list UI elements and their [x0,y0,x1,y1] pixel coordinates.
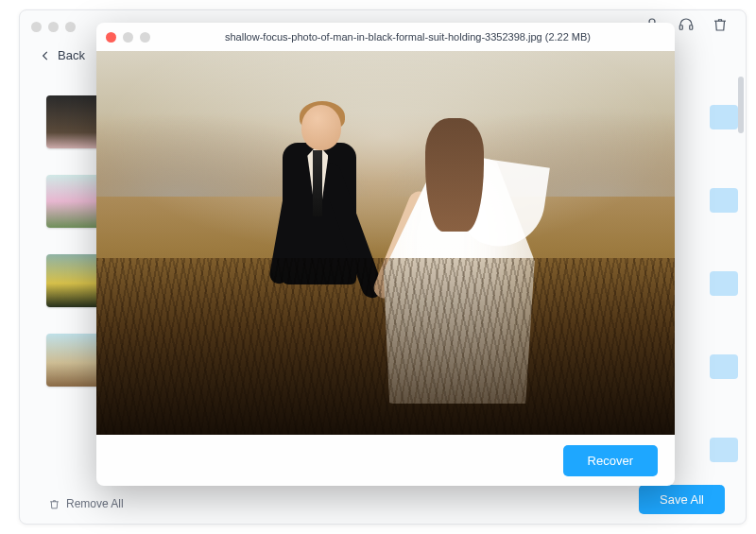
row-action-button[interactable] [710,105,738,129]
minimize-dot[interactable] [48,22,59,32]
svg-rect-1 [679,26,682,30]
modal-traffic-lights[interactable] [106,32,150,43]
row-action-button[interactable] [710,354,738,379]
trash-icon[interactable] [712,16,729,37]
action-column [710,105,738,462]
modal-title: shallow-focus-photo-of-man-in-black-form… [150,31,665,43]
save-all-button[interactable]: Save All [639,485,725,514]
modal-titlebar: shallow-focus-photo-of-man-in-black-form… [96,23,675,51]
chevron-left-icon [39,49,52,62]
close-dot[interactable] [106,32,116,43]
preview-modal: shallow-focus-photo-of-man-in-black-form… [96,23,675,486]
modal-filename: shallow-focus-photo-of-man-in-black-form… [225,31,542,43]
row-action-button[interactable] [710,188,738,213]
save-all-label: Save All [660,492,704,507]
photo-foreground [96,258,675,435]
headset-icon[interactable] [678,16,695,37]
zoom-dot[interactable] [65,22,76,32]
minimize-dot[interactable] [123,32,133,43]
modal-footer: Recover [96,435,675,486]
traffic-lights[interactable] [31,22,76,32]
zoom-dot[interactable] [140,32,150,43]
svg-rect-2 [690,26,693,30]
modal-filesize: (2.22 MB) [545,31,591,43]
scroll-thumb[interactable] [738,77,744,133]
recover-button[interactable]: Recover [563,445,658,476]
row-action-button[interactable] [710,271,738,296]
back-button[interactable]: Back [39,48,85,62]
preview-image [96,51,675,435]
back-label: Back [58,48,85,62]
remove-all-label: Remove All [66,497,124,510]
row-action-button[interactable] [710,438,738,462]
trash-icon [48,498,60,510]
remove-all-button[interactable]: Remove All [48,497,124,510]
close-dot[interactable] [31,22,42,32]
recover-label: Recover [588,454,633,468]
scrollbar[interactable] [736,77,746,476]
